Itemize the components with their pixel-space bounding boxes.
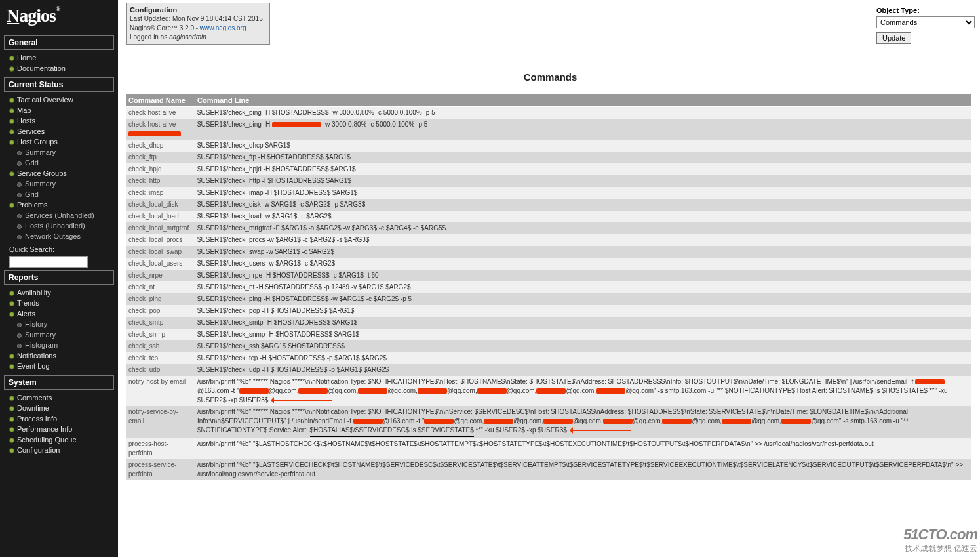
nav-item-home[interactable]: Home — [9, 52, 114, 63]
nav-item-alerts[interactable]: Alerts — [9, 308, 114, 319]
nav-item-services[interactable]: Services — [9, 126, 114, 136]
nav-subitem-network-outages[interactable]: Network Outages — [9, 231, 114, 241]
cmd-name: check_ping — [126, 293, 195, 305]
nav-link[interactable]: Network Outages — [25, 232, 81, 240]
nav-item-process-info[interactable]: Process Info — [9, 413, 114, 424]
nav-item-problems[interactable]: Problems — [9, 199, 114, 210]
nav-link[interactable]: Downtime — [17, 404, 49, 412]
cmd-name: check_local_mrtgtraf — [126, 222, 195, 234]
nav-item-documentation[interactable]: Documentation — [9, 63, 114, 73]
cmd-line: /usr/bin/printf "%b" "***** Nagios *****… — [195, 406, 971, 438]
cmd-line: $USER1$/check_udp -H $HOSTADDRESS$ -p $A… — [195, 364, 971, 376]
nav-link[interactable]: Host Groups — [17, 138, 58, 146]
cmd-line: $USER1$/check_dhcp $ARG1$ — [195, 140, 971, 152]
cmd-line: $USER1$/check_pop -H $HOSTADDRESS$ $ARG1… — [195, 305, 971, 317]
table-row: check_nrpe$USER1$/check_nrpe -H $HOSTADD… — [126, 270, 971, 281]
nav-item-tactical-overview[interactable]: Tactical Overview — [9, 94, 114, 105]
nav-link[interactable]: Notifications — [17, 352, 56, 360]
commands-table: Command Name Command Line check-host-ali… — [126, 94, 971, 480]
nav-link[interactable]: Comments — [17, 394, 52, 402]
quick-search-input[interactable] — [9, 256, 88, 268]
cmd-name: check_local_disk — [126, 199, 195, 211]
nav-subitem-grid[interactable]: Grid — [9, 157, 114, 168]
nav-link[interactable]: Performance Info — [17, 425, 72, 433]
nav-link[interactable]: Trends — [17, 299, 39, 307]
nagios-link[interactable]: www.nagios.org — [200, 24, 246, 31]
table-row: check_local_disk$USER1$/check_disk -w $A… — [126, 199, 971, 211]
info-title: Configuration — [130, 5, 266, 14]
nav-item-notifications[interactable]: Notifications — [9, 350, 114, 361]
nav-subitem-summary[interactable]: Summary — [9, 147, 114, 157]
table-row: check_local_mrtgtraf$USER1$/check_mrtgtr… — [126, 222, 971, 234]
nav-subitem-grid[interactable]: Grid — [9, 189, 114, 199]
nav-item-map[interactable]: Map — [9, 105, 114, 115]
cmd-name: notify-service-by-email — [126, 406, 195, 438]
cmd-line: $USER1$/check_mrtgtraf -F $ARG1$ -a $ARG… — [195, 222, 971, 234]
nav-item-comments[interactable]: Comments — [9, 392, 114, 403]
update-button[interactable]: Update — [876, 32, 911, 44]
nav-link[interactable]: History — [25, 320, 47, 328]
nav-item-configuration[interactable]: Configuration — [9, 445, 114, 455]
nav-link[interactable]: Hosts (Unhandled) — [25, 222, 85, 230]
cmd-name: check_http — [126, 175, 195, 187]
nav-link[interactable]: Process Info — [17, 415, 57, 423]
nav-item-performance-info[interactable]: Performance Info — [9, 424, 114, 434]
nav-link[interactable]: Histogram — [25, 341, 58, 349]
nav-item-event-log[interactable]: Event Log — [9, 361, 114, 371]
nav-link[interactable]: Scheduling Queue — [17, 436, 77, 444]
nav-link[interactable]: Configuration — [17, 446, 60, 454]
cmd-name: check_udp — [126, 364, 195, 376]
nav-link[interactable]: Problems — [17, 201, 47, 209]
section-header-system: System — [4, 375, 114, 390]
object-type-select[interactable]: Commands — [876, 16, 975, 28]
nav-item-scheduling-queue[interactable]: Scheduling Queue — [9, 434, 114, 445]
nav-item-hosts[interactable]: Hosts — [9, 115, 114, 126]
nav-link[interactable]: Map — [17, 106, 31, 114]
table-row: process-host-perfdata/usr/bin/printf "%b… — [126, 438, 971, 459]
table-row: notify-service-by-email/usr/bin/printf "… — [126, 406, 971, 438]
cmd-name: check_local_load — [126, 211, 195, 222]
nav-item-downtime[interactable]: Downtime — [9, 403, 114, 413]
nav-link[interactable]: Grid — [25, 159, 39, 167]
nav-subitem-history[interactable]: History — [9, 319, 114, 329]
nav-subitem-services-unhandled-[interactable]: Services (Unhandled) — [9, 210, 114, 220]
nav-subitem-summary[interactable]: Summary — [9, 178, 114, 189]
table-row: check_smtp$USER1$/check_smtp -H $HOSTADD… — [126, 317, 971, 329]
info-box: Configuration Last Updated: Mon Nov 9 18… — [126, 3, 270, 45]
nav-item-trends[interactable]: Trends — [9, 298, 114, 308]
table-row: check_snmp$USER1$/check_snmp -H $HOSTADD… — [126, 329, 971, 340]
cmd-name: notify-host-by-email — [126, 376, 195, 406]
table-row: check_local_users$USER1$/check_users -w … — [126, 258, 971, 270]
cmd-name: check_ssh — [126, 340, 195, 352]
nav-link[interactable]: Summary — [25, 331, 56, 339]
nav-link[interactable]: Documentation — [17, 64, 66, 72]
cmd-line: $USER1$/check_http -I $HOSTADDRESS$ $ARG… — [195, 175, 971, 187]
nav-subitem-summary[interactable]: Summary — [9, 329, 114, 340]
table-row: check_http$USER1$/check_http -I $HOSTADD… — [126, 175, 971, 187]
nav-link[interactable]: Services (Unhandled) — [25, 211, 94, 219]
nav-link[interactable]: Summary — [25, 148, 56, 156]
cmd-line: $USER1$/check_tcp -H $HOSTADDRESS$ -p $A… — [195, 352, 971, 364]
nav-link[interactable]: Alerts — [17, 310, 35, 318]
nav-link[interactable]: Services — [17, 127, 45, 135]
nav-link[interactable]: Hosts — [17, 117, 35, 125]
cmd-name: process-service-perfdata — [126, 459, 195, 480]
table-row: check-host-alive-$USER1$/check_ping -H -… — [126, 119, 971, 140]
cmd-line: $USER1$/check_smtp -H $HOSTADDRESS$ $ARG… — [195, 317, 971, 329]
nav-link[interactable]: Service Groups — [17, 169, 67, 177]
nav-link[interactable]: Event Log — [17, 362, 50, 370]
nav-link[interactable]: Home — [17, 54, 36, 62]
nav-subitem-hosts-unhandled-[interactable]: Hosts (Unhandled) — [9, 220, 114, 231]
cmd-line: $USER1$/check_ssh $ARG1$ $HOSTADDRESS$ — [195, 340, 971, 352]
nav-link[interactable]: Tactical Overview — [17, 96, 73, 104]
nav-item-service-groups[interactable]: Service Groups — [9, 168, 114, 178]
table-row: check_ssh$USER1$/check_ssh $ARG1$ $HOSTA… — [126, 340, 971, 352]
cmd-name: check_pop — [126, 305, 195, 317]
nav-link[interactable]: Grid — [25, 190, 39, 198]
nav-subitem-histogram[interactable]: Histogram — [9, 340, 114, 350]
nav-link[interactable]: Availability — [17, 289, 51, 297]
cmd-line: /usr/bin/printf "%b" "$LASTSERVICECHECK$… — [195, 459, 971, 480]
nav-item-availability[interactable]: Availability — [9, 287, 114, 298]
nav-link[interactable]: Summary — [25, 180, 56, 188]
nav-item-host-groups[interactable]: Host Groups — [9, 136, 114, 147]
